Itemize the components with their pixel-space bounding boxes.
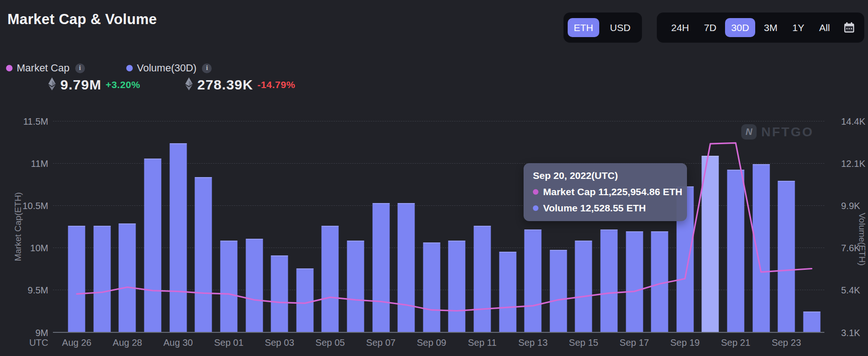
range-option-all[interactable]: All xyxy=(813,18,836,37)
left-axis-tick: 9.5M xyxy=(28,285,48,296)
calendar-icon[interactable] xyxy=(842,21,856,34)
eth-diamond-icon xyxy=(185,77,193,92)
currency-option-usd[interactable]: USD xyxy=(604,18,636,37)
tooltip-value: Volume 12,528.55 ETH xyxy=(543,203,646,214)
left-axis-tick: 9M xyxy=(35,328,48,338)
market-cap-dot-icon xyxy=(6,65,13,71)
x-axis-label: Aug 26 xyxy=(62,337,91,348)
currency-option-eth[interactable]: ETH xyxy=(568,18,599,37)
plot-area: 11.5M14.4K11M12.1K10.5M9.9K10M7.6K9.5M5.… xyxy=(64,121,824,332)
utc-label: UTC xyxy=(29,337,48,348)
volume-bar-sep-16[interactable] xyxy=(600,229,617,332)
volume-bar-sep-03[interactable] xyxy=(271,255,288,332)
x-axis-label: Sep 15 xyxy=(569,337,598,348)
volume-bar-sep-23[interactable] xyxy=(778,181,795,332)
volume-bar-sep-08[interactable] xyxy=(398,203,415,332)
left-axis-title: Market Cap(ETH) xyxy=(13,192,23,261)
x-axis-label: Aug 30 xyxy=(163,337,193,348)
volume-bar-sep-06[interactable] xyxy=(347,241,364,332)
volume-bar-sep-11[interactable] xyxy=(473,226,491,332)
volume-value: 278.39K xyxy=(197,77,253,93)
tooltip-date: Sep 20, 2022(UTC) xyxy=(533,170,678,181)
range-option-3m[interactable]: 3M xyxy=(758,18,784,37)
market-cap-value: 9.79M xyxy=(60,77,101,93)
right-axis-tick: 14.4K xyxy=(841,116,865,127)
volume-bar-sep-20[interactable] xyxy=(702,156,719,332)
volume-bar-sep-22[interactable] xyxy=(752,164,770,332)
x-axis-label: Sep 23 xyxy=(771,337,801,348)
x-axis-label: Sep 07 xyxy=(366,337,395,348)
info-icon[interactable]: i xyxy=(202,64,212,73)
volume-bar-sep-10[interactable] xyxy=(448,241,466,332)
time-range-toggle: 24H7D30D3M1YAll xyxy=(657,13,864,43)
chart-tooltip: Sep 20, 2022(UTC) Market Cap 11,225,954.… xyxy=(524,163,687,221)
legend-market-cap-label: Market Cap xyxy=(17,62,70,74)
right-axis-tick: 3.1K xyxy=(841,328,860,338)
tooltip-dot-icon xyxy=(533,189,538,195)
x-axis-label: Sep 19 xyxy=(670,337,700,348)
x-axis-label: Sep 11 xyxy=(468,337,497,348)
right-axis-tick: 9.9K xyxy=(841,201,860,211)
tooltip-row: Market Cap 11,225,954.86 ETH xyxy=(533,186,678,197)
volume-bar-aug-26[interactable] xyxy=(68,226,85,332)
volume-bar-sep-15[interactable] xyxy=(575,241,592,332)
range-option-24h[interactable]: 24H xyxy=(665,18,695,37)
x-axis-label: Sep 05 xyxy=(316,337,345,348)
volume-bar-sep-09[interactable] xyxy=(423,242,440,332)
right-axis-tick: 12.1K xyxy=(841,159,865,169)
legend-volume[interactable]: Volume(30D) i xyxy=(126,62,212,74)
market-cap-volume-panel: Market Cap & Volume ETHUSD 24H7D30D3M1YA… xyxy=(0,0,868,356)
market-cap-change: +3.20% xyxy=(105,79,140,90)
volume-bar-aug-27[interactable] xyxy=(93,226,110,332)
tooltip-value: Market Cap 11,225,954.86 ETH xyxy=(543,186,682,197)
volume-bar-aug-30[interactable] xyxy=(169,143,187,332)
volume-change: -14.79% xyxy=(257,79,295,90)
volume-bars xyxy=(64,121,824,332)
volume-bar-sep-01[interactable] xyxy=(220,241,237,332)
page-title: Market Cap & Volume xyxy=(7,11,157,28)
x-axis-label: Sep 17 xyxy=(620,337,649,348)
x-axis-label: Aug 28 xyxy=(113,337,142,348)
x-axis-label: Sep 09 xyxy=(417,337,446,348)
range-option-1y[interactable]: 1Y xyxy=(786,18,810,37)
left-axis-tick: 10M xyxy=(30,243,48,254)
volume-bar-sep-18[interactable] xyxy=(651,231,668,332)
time-range-buttons: 24H7D30D3M1YAll xyxy=(665,18,836,37)
left-axis-tick: 11M xyxy=(31,159,48,169)
x-axis-label: Sep 01 xyxy=(214,337,243,348)
market-cap-value-block: 9.79M +3.20% xyxy=(48,77,140,93)
volume-bar-sep-14[interactable] xyxy=(550,250,567,332)
volume-bar-sep-21[interactable] xyxy=(727,170,744,332)
volume-bar-sep-13[interactable] xyxy=(525,229,542,332)
volume-value-block: 278.39K -14.79% xyxy=(185,77,295,93)
tooltip-row: Volume 12,528.55 ETH xyxy=(533,203,678,214)
legend-volume-label: Volume(30D) xyxy=(137,62,196,74)
volume-bar-sep-02[interactable] xyxy=(246,239,263,332)
left-axis-tick: 10.5M xyxy=(22,201,48,211)
range-option-30d[interactable]: 30D xyxy=(725,18,755,37)
gridline: 9M3.1K xyxy=(53,332,824,333)
right-axis-title: Volume(ETH) xyxy=(857,213,867,266)
volume-bar-sep-05[interactable] xyxy=(322,226,339,332)
x-axis-label: Sep 13 xyxy=(518,337,547,348)
eth-diamond-icon xyxy=(48,77,56,92)
nftgo-logo-icon: N xyxy=(741,124,757,140)
info-icon[interactable]: i xyxy=(75,64,85,73)
volume-bar-sep-17[interactable] xyxy=(626,231,643,332)
volume-bar-sep-12[interactable] xyxy=(499,252,516,332)
volume-bar-sep-24[interactable] xyxy=(803,312,820,332)
volume-bar-aug-28[interactable] xyxy=(119,223,136,332)
x-axis-label: Sep 03 xyxy=(265,337,294,348)
volume-bar-sep-04[interactable] xyxy=(296,268,313,332)
range-option-7d[interactable]: 7D xyxy=(698,18,723,37)
currency-toggle: ETHUSD xyxy=(564,13,642,43)
volume-bar-sep-07[interactable] xyxy=(372,203,389,332)
right-axis-tick: 5.4K xyxy=(841,285,860,296)
legend-market-cap[interactable]: Market Cap i xyxy=(6,62,85,74)
x-axis-label: Sep 21 xyxy=(721,337,750,348)
nftgo-watermark: N NFTGO xyxy=(741,124,814,140)
volume-bar-aug-29[interactable] xyxy=(144,159,162,332)
tooltip-dot-icon xyxy=(533,205,538,211)
volume-bar-aug-31[interactable] xyxy=(195,177,212,332)
left-axis-tick: 11.5M xyxy=(23,116,48,127)
